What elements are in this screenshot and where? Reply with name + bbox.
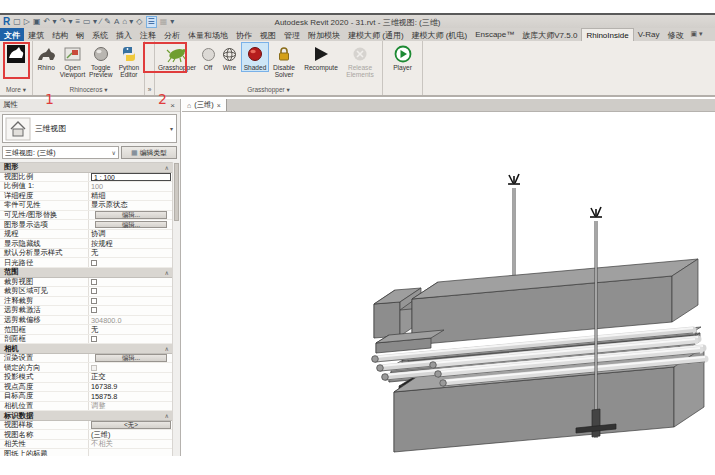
ribbon-tab-钢[interactable]: 钢 (72, 28, 88, 41)
instance-selector-dropdown-icon: ∨ (112, 149, 116, 156)
property-value-text[interactable]: 协调 (91, 229, 106, 239)
property-value-check[interactable] (91, 260, 97, 266)
property-value-text[interactable]: 15875.8 (91, 392, 117, 401)
ribbon-tab-修改[interactable]: 修改 (663, 28, 687, 41)
property-value-text[interactable]: (三维) (91, 430, 110, 440)
ribbon-tab-RhinoInside[interactable]: RhinoInside (581, 28, 633, 41)
3d-model-view (182, 112, 715, 475)
recompute-button[interactable]: Recompute (299, 42, 343, 72)
properties-close-icon[interactable]: × (168, 101, 177, 110)
property-value-check[interactable] (91, 336, 97, 342)
property-value-check[interactable] (91, 288, 97, 294)
property-value-check[interactable] (91, 307, 97, 313)
property-label: 可见性/图形替换 (0, 210, 88, 220)
property-label: 远剪裁激活 (0, 305, 88, 315)
property-label: 零件可见性 (0, 200, 88, 210)
property-value-gray: 调整 (91, 401, 106, 411)
property-label: 渲染设置 (0, 353, 88, 363)
panel-overflow-chevron[interactable]: » (145, 85, 154, 95)
panel-rhinoceros: Rhino Open Viewport Toggle Preview (33, 41, 145, 95)
python-icon (121, 44, 137, 64)
rod-fin (592, 409, 600, 437)
property-label: 图纸上的标题 (0, 449, 88, 456)
revit-window: R▢▷▣↶ ▾↷ ▾≡▭ ▾∕✎A⌂ ▾◇☰▦▾ Autodesk Revit … (0, 0, 715, 475)
view-tab-3d[interactable]: ⌂ (三维) × (182, 99, 227, 111)
property-value-text[interactable]: 精细 (91, 191, 106, 201)
modify-tab-expand-icon[interactable]: ▣ ▾ (687, 28, 705, 41)
property-value-wide[interactable]: <无> (91, 421, 171, 429)
title-bar: R▢▷▣↶ ▾↷ ▾≡▭ ▾∕✎A⌂ ▾◇☰▦▾ Autodesk Revit … (0, 13, 715, 28)
ribbon-tab-注释[interactable]: 注释 (136, 28, 160, 41)
properties-title-bar[interactable]: 属性 × (0, 99, 180, 112)
ribbon-tab-结构[interactable]: 结构 (48, 28, 72, 41)
property-value-btn[interactable]: 编辑... (95, 211, 167, 219)
ribbon-tab-建模大师-(通用)[interactable]: 建模大师 (通用) (344, 28, 408, 41)
ribbon-tab-族库大师V7.5.0[interactable]: 族库大师V7.5.0 (518, 28, 581, 41)
shaded-button[interactable]: Shaded (241, 42, 269, 72)
panel-grasshopper-label[interactable]: Grasshopper ▾ (155, 85, 382, 95)
preview-sphere-icon (93, 44, 109, 64)
ribbon-tab-协作[interactable]: 协作 (232, 28, 256, 41)
lock-icon (277, 44, 291, 64)
property-label: 视点高度 (0, 382, 88, 392)
property-value-btn[interactable]: 编辑... (95, 221, 167, 229)
property-label: 视图样板 (0, 420, 88, 430)
wire-button[interactable]: Wire (218, 42, 241, 72)
rhino-icon (37, 44, 56, 64)
ribbon-tab-插入[interactable]: 插入 (112, 28, 136, 41)
ribbon-tab-建模大师-(机电)[interactable]: 建模大师 (机电) (408, 28, 472, 41)
property-value-text[interactable]: 正交 (91, 372, 106, 382)
ribbon-tab-建筑[interactable]: 建筑 (24, 28, 48, 41)
properties-scrollbar[interactable] (172, 162, 180, 456)
ribbon: More ▾ Rhino Open Viewport (0, 41, 715, 97)
viewport-icon (64, 44, 81, 64)
ribbon-tab-附加模块[interactable]: 附加模块 (304, 28, 344, 41)
ribbon-tab-文件[interactable]: 文件 (0, 28, 24, 41)
edit-type-button[interactable]: ▦ 编辑类型 (121, 146, 177, 159)
ribbon-tab-分析[interactable]: 分析 (160, 28, 184, 41)
property-value-text[interactable]: 16738.9 (91, 382, 117, 391)
annotation-rect-grasshopper (143, 42, 187, 73)
property-value-check-gray[interactable] (91, 365, 97, 371)
disable-solver-button[interactable]: Disable Solver (269, 42, 299, 79)
open-viewport-button[interactable]: Open Viewport (58, 42, 86, 79)
property-label: 日光路径 (0, 258, 88, 268)
python-editor-button[interactable]: Python Editor (115, 42, 143, 79)
type-selector-dropdown-icon[interactable]: ▾ (170, 125, 176, 132)
property-label: 视图比例 (0, 172, 88, 182)
property-value-check[interactable] (91, 279, 97, 285)
view-type-icon (5, 117, 31, 141)
rhino-button[interactable]: Rhino (34, 42, 58, 72)
property-value-input[interactable]: 1 : 100 (91, 173, 171, 181)
property-value-check[interactable] (91, 298, 97, 304)
property-value-text[interactable]: 无 (91, 325, 98, 335)
type-selector-label: 三维视图 (31, 123, 170, 134)
annotation-number-1: 1 (45, 91, 54, 107)
properties-scrollbar-thumb[interactable] (174, 163, 179, 221)
property-label: 默认分析显示样式 (0, 248, 88, 258)
property-value-text[interactable]: 无 (91, 248, 98, 258)
drawing-canvas[interactable] (182, 112, 715, 475)
ribbon-tab-V-Ray[interactable]: V-Ray (634, 28, 664, 41)
player-button[interactable]: Player (388, 42, 418, 72)
ribbon-tab-视图[interactable]: 视图 (256, 28, 280, 41)
ribbon-tab-Enscape™[interactable]: Enscape™ (471, 28, 518, 41)
annotation-number-2: 2 (158, 91, 167, 107)
property-value-gray: 304800.0 (91, 316, 121, 325)
ribbon-tab-体量和场地[interactable]: 体量和场地 (184, 28, 232, 41)
type-selector[interactable]: 三维视图 ▾ (2, 114, 177, 143)
ribbon-tab-管理[interactable]: 管理 (280, 28, 304, 41)
property-label: 显示隐藏线 (0, 239, 88, 249)
toggle-preview-button[interactable]: Toggle Preview (87, 42, 115, 79)
property-value-text[interactable]: 显示原状态 (91, 200, 127, 210)
property-label: 裁剪区域可见 (0, 286, 88, 296)
off-sphere-icon (201, 44, 216, 64)
ribbon-tab-系统[interactable]: 系统 (88, 28, 112, 41)
property-value-text[interactable]: 按规程 (91, 239, 113, 249)
ribbon-tab-bar: 文件建筑结构钢系统插入注释分析体量和场地协作视图管理附加模块建模大师 (通用)建… (0, 28, 715, 41)
off-button[interactable]: Off (198, 42, 218, 72)
property-value-btn[interactable]: 编辑... (95, 354, 167, 362)
panel-more-label[interactable]: More ▾ (0, 85, 32, 95)
instance-selector[interactable]: 三维视图: (三维) ∨ (2, 146, 119, 159)
view-tab-close-icon[interactable]: × (217, 102, 221, 109)
